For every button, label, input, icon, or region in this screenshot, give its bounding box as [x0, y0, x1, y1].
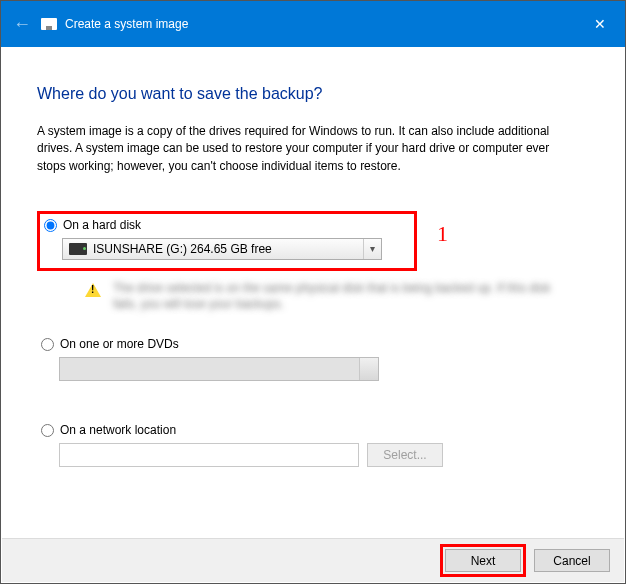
hard-disk-label[interactable]: On a hard disk: [63, 218, 141, 232]
page-heading: Where do you want to save the backup?: [37, 85, 589, 103]
network-label[interactable]: On a network location: [60, 423, 176, 437]
network-path-input[interactable]: [59, 443, 359, 467]
dvd-label[interactable]: On one or more DVDs: [60, 337, 179, 351]
hard-disk-drive-combo[interactable]: ISUNSHARE (G:) 264.65 GB free ▾: [62, 238, 382, 260]
next-button-highlight: Next: [440, 544, 526, 577]
warning-text: The drive selected is on the same physic…: [113, 281, 553, 309]
warning-row: The drive selected is on the same physic…: [85, 281, 589, 309]
content-area: Where do you want to save the backup? A …: [1, 47, 625, 467]
network-select-button: Select...: [367, 443, 443, 467]
network-radio[interactable]: [41, 424, 54, 437]
chevron-down-icon: ▾: [363, 239, 381, 259]
hard-disk-radio[interactable]: [44, 219, 57, 232]
annotation-1: 1: [437, 221, 448, 247]
hard-disk-drive-value: ISUNSHARE (G:) 264.65 GB free: [93, 242, 272, 256]
dvd-option-group: On one or more DVDs: [41, 337, 589, 381]
dvd-radio[interactable]: [41, 338, 54, 351]
drive-icon: [69, 243, 87, 255]
dvd-drive-combo: [59, 357, 379, 381]
close-button[interactable]: ✕: [575, 1, 625, 47]
dialog-footer: Next Cancel: [2, 538, 624, 582]
close-icon: ✕: [594, 16, 606, 32]
hard-disk-option-group: On a hard disk ISUNSHARE (G:) 264.65 GB …: [37, 211, 417, 271]
back-arrow-icon: ←: [13, 15, 31, 33]
title-bar: ← Create a system image ✕: [1, 1, 625, 47]
app-icon: [41, 16, 57, 32]
next-button[interactable]: Next: [445, 549, 521, 572]
warning-icon: [85, 283, 101, 297]
network-option-group: On a network location Select...: [41, 423, 589, 467]
window-title: Create a system image: [65, 17, 188, 31]
cancel-button[interactable]: Cancel: [534, 549, 610, 572]
page-description: A system image is a copy of the drives r…: [37, 123, 557, 175]
